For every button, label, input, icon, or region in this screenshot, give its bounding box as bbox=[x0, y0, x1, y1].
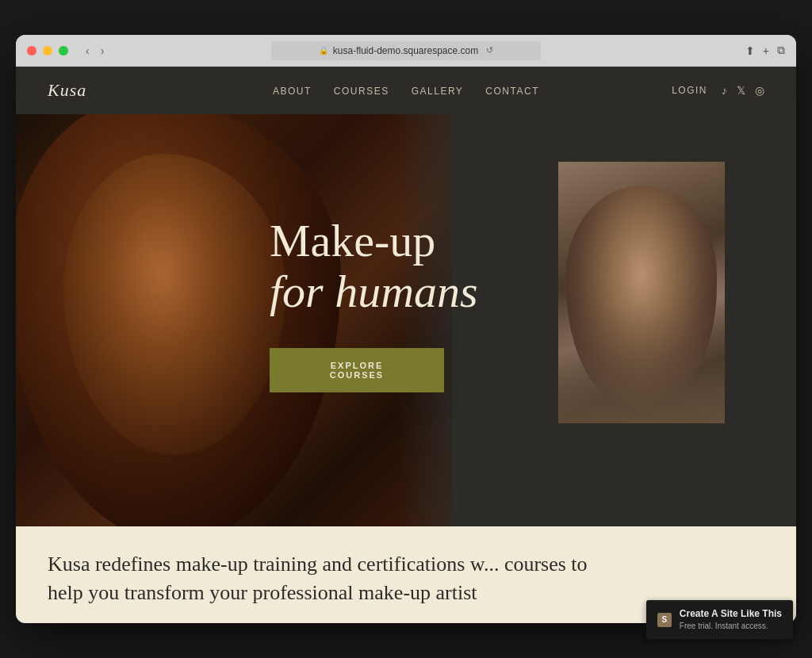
badge-subtitle: Free trial. Instant access. bbox=[680, 621, 782, 631]
nav-right: LOGIN ♪ 𝕏 ◎ bbox=[672, 84, 764, 97]
share-button[interactable]: ⬆ bbox=[745, 44, 755, 57]
hero-title-line2: for humans bbox=[270, 266, 478, 317]
hero-text-area: Make-up for humans EXPLORE COURSES bbox=[254, 114, 515, 526]
nav-links: ABOUT COURSES GALLERY CONTACT bbox=[273, 83, 539, 98]
url-text: kusa-fluid-demo.squarespace.com bbox=[333, 45, 478, 56]
tiktok-icon[interactable]: ♪ bbox=[722, 84, 727, 97]
fullscreen-button[interactable] bbox=[59, 46, 68, 55]
hero-section: Make-up for humans EXPLORE COURSES bbox=[16, 114, 796, 526]
website-content: Kusa ABOUT COURSES GALLERY CONTACT LOGIN bbox=[16, 67, 796, 624]
browser-back-button[interactable]: ‹ bbox=[82, 43, 93, 59]
twitter-icon[interactable]: 𝕏 bbox=[737, 84, 745, 97]
badge-text: Create A Site Like This Free trial. Inst… bbox=[680, 608, 782, 631]
nav-item-gallery[interactable]: GALLERY bbox=[412, 83, 464, 98]
explore-courses-button[interactable]: EXPLORE COURSES bbox=[270, 348, 444, 392]
close-button[interactable] bbox=[27, 46, 36, 55]
site-navigation: Kusa ABOUT COURSES GALLERY CONTACT LOGIN bbox=[16, 67, 796, 114]
lock-icon: 🔒 bbox=[319, 46, 328, 55]
site-logo[interactable]: Kusa bbox=[48, 80, 86, 101]
browser-window: ‹ › 🔒 kusa-fluid-demo.squarespace.com ↺ … bbox=[16, 35, 796, 624]
badge-title: Create A Site Like This bbox=[680, 608, 782, 621]
hero-title-line1: Make-up bbox=[270, 216, 435, 266]
squarespace-badge[interactable]: S Create A Site Like This Free trial. In… bbox=[646, 600, 793, 639]
social-icons: ♪ 𝕏 ◎ bbox=[722, 84, 764, 97]
tabs-button[interactable]: ⧉ bbox=[777, 44, 785, 57]
reload-button[interactable]: ↺ bbox=[486, 45, 493, 55]
hero-side-image bbox=[558, 162, 725, 423]
squarespace-logo: S bbox=[657, 613, 672, 627]
nav-item-contact[interactable]: CONTACT bbox=[485, 83, 539, 98]
address-bar[interactable]: 🔒 kusa-fluid-demo.squarespace.com ↺ bbox=[271, 41, 541, 60]
browser-toolbar-right: ⬆ + ⧉ bbox=[745, 44, 785, 57]
nav-item-about[interactable]: ABOUT bbox=[273, 83, 312, 98]
browser-forward-button[interactable]: › bbox=[98, 43, 108, 59]
minimize-button[interactable] bbox=[43, 46, 52, 55]
nav-item-courses[interactable]: COURSES bbox=[334, 83, 389, 98]
browser-nav-buttons: ‹ › bbox=[82, 43, 107, 59]
bottom-description: Kusa redefines make-up training and cert… bbox=[48, 550, 603, 608]
login-link[interactable]: LOGIN bbox=[672, 85, 707, 96]
browser-titlebar: ‹ › 🔒 kusa-fluid-demo.squarespace.com ↺ … bbox=[16, 35, 796, 67]
new-tab-button[interactable]: + bbox=[763, 44, 769, 57]
instagram-icon[interactable]: ◎ bbox=[755, 84, 764, 97]
